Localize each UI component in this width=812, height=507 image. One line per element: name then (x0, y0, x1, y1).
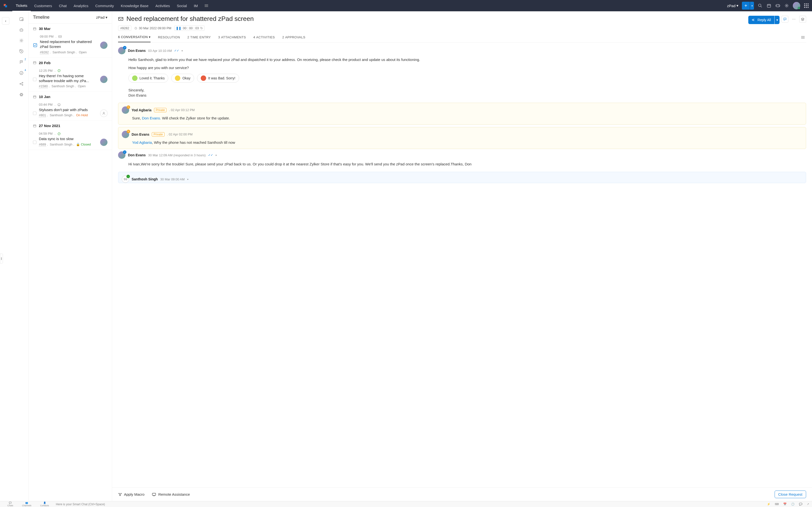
mention-link[interactable]: Don Evans. (142, 116, 161, 120)
brand-dropdown[interactable]: zPad ▾ (727, 3, 739, 8)
survey-question[interactable]: How happy are you with our service? (129, 65, 806, 70)
close-request-button[interactable]: Close Request (775, 491, 806, 498)
nav-community[interactable]: Community (92, 0, 117, 11)
add-button[interactable]: + (742, 2, 750, 10)
footer-zia-icon[interactable]: ⚡ (767, 503, 770, 506)
timeline-ticket-2[interactable]: 03:44 PM. Styluses don't pair with zPads… (29, 100, 112, 121)
comment-button[interactable] (781, 16, 789, 22)
footer-clock-icon[interactable]: 🕐 (791, 503, 795, 506)
nav-tickets[interactable]: Tickets (12, 0, 31, 11)
collapse-sidebar-button[interactable]: ‹ (2, 17, 9, 24)
rail-bot-icon[interactable] (19, 27, 24, 33)
checkbox[interactable] (33, 112, 37, 115)
nav-social[interactable]: Social (173, 0, 190, 11)
rail-flag-icon[interactable]: 2 (19, 59, 24, 65)
nav-more-icon[interactable] (201, 0, 213, 11)
nav-chat[interactable]: Chat (55, 0, 70, 11)
svg-rect-17 (20, 29, 23, 31)
flag-badge: 2 (24, 58, 26, 61)
checkbox[interactable] (33, 140, 37, 144)
refresh-icon[interactable]: ↻ (200, 26, 203, 30)
author-avatar: SS↓ (122, 175, 129, 183)
timeline-brand-dropdown[interactable]: zPad ▾ (96, 15, 107, 20)
brand-label: zPad (727, 4, 735, 8)
tab-attachments[interactable]: 3 ATTACHMENTS (218, 35, 246, 42)
survey-sad[interactable]: It was Bad. Sorry! (197, 74, 239, 82)
user-avatar[interactable] (793, 2, 800, 9)
gear-icon[interactable] (784, 3, 790, 8)
tab-more-icon[interactable] (801, 35, 806, 42)
reply-dropdown[interactable]: ▾ (775, 16, 779, 24)
rail-atom-icon[interactable] (19, 92, 24, 97)
add-dropdown[interactable]: ▾ (750, 2, 754, 10)
rail-history-icon[interactable] (19, 49, 24, 54)
reply-all-button[interactable]: Reply All (748, 16, 774, 24)
message-menu[interactable]: ▾ (187, 178, 189, 181)
tab-resolution[interactable]: RESOLUTION (158, 35, 180, 42)
nav-customers[interactable]: Customers (31, 0, 56, 11)
refresh-icon (57, 69, 61, 72)
nav-im[interactable]: IM (190, 0, 201, 11)
footer-exit-icon[interactable]: ↗ (807, 503, 809, 506)
svg-point-0 (758, 4, 761, 7)
footer-calendar-icon[interactable]: 📅 (783, 503, 786, 506)
rail-share-icon[interactable] (19, 81, 24, 87)
layers-button[interactable] (799, 16, 806, 22)
smart-chat-hint[interactable]: Here is your Smart Chat (Ctrl+Space) (56, 503, 105, 506)
private-label: Private (152, 132, 164, 136)
calendar-icon[interactable] (766, 3, 772, 8)
svg-point-4 (779, 6, 779, 6)
drag-handle[interactable]: ‖ (0, 253, 3, 264)
gamepad-icon[interactable] (775, 3, 780, 8)
search-icon[interactable] (757, 3, 763, 8)
message-menu[interactable]: ▾ (182, 49, 183, 52)
svg-rect-32 (34, 62, 36, 64)
footer-chat-icon[interactable]: 💬 (799, 503, 802, 506)
sent-badge-icon: ↗ (123, 46, 126, 49)
channels-icon: 👥 (26, 502, 28, 504)
tab-activities[interactable]: 4 ACTIVITIES (253, 35, 275, 42)
message-menu[interactable]: ▾ (215, 154, 217, 157)
ticket-timer: ❚❚ 00 : 00 : 03 ↻ (174, 25, 205, 31)
footer-contacts[interactable]: 👤Contacts (36, 502, 54, 507)
footer-keyboard-icon[interactable]: ⌨ (775, 503, 779, 506)
more-button[interactable]: ⋯ (790, 16, 797, 22)
author-avatar: ↗ (118, 47, 125, 54)
tab-approvals[interactable]: 2 APPROVALS (282, 35, 305, 42)
timeline-date-1: 20 Feb (29, 58, 112, 66)
svg-point-19 (22, 30, 22, 30)
survey-options: Loved it. Thanks Okay It was Bad. Sorry! (129, 74, 806, 82)
timeline-ticket-0[interactable]: 09:00 PM. Need replacement for shattered… (29, 32, 112, 58)
nav-analytics[interactable]: Analytics (70, 0, 92, 11)
survey-okay[interactable]: Okay (171, 74, 194, 82)
assignee-avatar (100, 76, 107, 83)
chevron-down-icon: ▾ (149, 35, 151, 39)
nav-activities[interactable]: Activities (152, 0, 173, 11)
ticket-header: Need replacement for shattered zPad scre… (112, 11, 812, 43)
survey-happy[interactable]: Loved it. Thanks (129, 74, 168, 82)
read-ticks-icon: ✓✓ (208, 153, 213, 157)
okay-face-icon (175, 75, 180, 81)
tab-time-entry[interactable]: 2 TIME ENTRY (188, 35, 211, 42)
pause-icon[interactable]: ❚❚ (176, 26, 181, 30)
nav-kb[interactable]: Knowledge Base (117, 0, 152, 11)
rail-bulb-icon[interactable] (19, 38, 24, 43)
timeline-ticket-1[interactable]: 12:25 PM. Hey there! I'm having some sof… (29, 66, 112, 92)
unassigned-avatar[interactable] (100, 110, 107, 117)
signature: Sincerely, Don Evans (129, 88, 806, 98)
checkbox[interactable] (33, 78, 37, 81)
mention-link[interactable]: Yod Agbaria (132, 140, 152, 145)
rail-calendar-icon[interactable] (19, 16, 24, 21)
apply-macro-button[interactable]: Apply Macro (118, 492, 144, 496)
timeline-ticket-3[interactable]: 04:59 PM. Data sync is too slow #689. Sa… (29, 129, 112, 150)
chevron-down-icon: ▾ (737, 3, 739, 8)
checkbox-icon[interactable] (33, 43, 37, 47)
footer-chats[interactable]: 💬Chats (3, 502, 18, 507)
apps-grid-icon[interactable] (804, 3, 809, 8)
remote-assistance-button[interactable]: Remote Assistance (152, 492, 190, 496)
rail-approve-icon[interactable]: 4 (19, 70, 24, 76)
read-ticks-icon: ✓✓ (174, 49, 179, 52)
tab-conversation[interactable]: 6 CONVERSATION ▾ (118, 35, 151, 42)
footer-channels[interactable]: 👥Channels (18, 502, 36, 507)
svg-rect-13 (806, 7, 807, 8)
